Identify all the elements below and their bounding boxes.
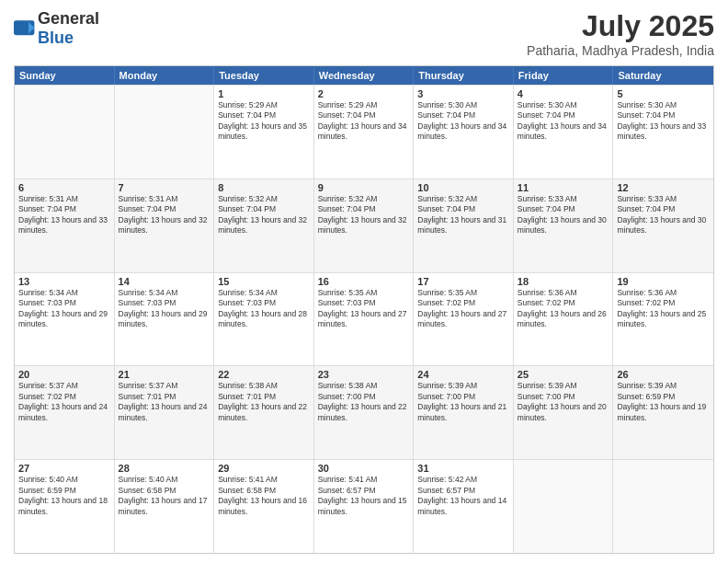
cal-cell: 3Sunrise: 5:30 AMSunset: 7:04 PMDaylight… [414,86,514,178]
day-info: Sunrise: 5:30 AMSunset: 7:04 PMDaylight:… [417,100,509,143]
day-number: 28 [119,463,210,474]
logo-general: General [38,9,99,28]
cal-header-day: Friday [514,66,614,85]
cal-cell: 26Sunrise: 5:39 AMSunset: 6:59 PMDayligh… [613,366,713,459]
day-number: 29 [218,463,310,474]
cal-cell: 12Sunrise: 5:33 AMSunset: 7:04 PMDayligh… [613,179,713,272]
day-info: Sunrise: 5:30 AMSunset: 7:04 PMDaylight:… [518,100,609,143]
cal-cell [514,460,614,553]
day-info: Sunrise: 5:40 AMSunset: 6:59 PMDaylight:… [18,475,110,517]
cal-cell: 20Sunrise: 5:37 AMSunset: 7:02 PMDayligh… [15,366,115,459]
cal-cell: 25Sunrise: 5:39 AMSunset: 7:00 PMDayligh… [514,366,614,459]
header-right: July 2025 Patharia, Madhya Pradesh, Indi… [527,9,714,58]
day-info: Sunrise: 5:41 AMSunset: 6:57 PMDaylight:… [318,475,410,517]
day-number: 3 [417,88,509,99]
calendar: SundayMondayTuesdayWednesdayThursdayFrid… [14,65,714,554]
day-info: Sunrise: 5:34 AMSunset: 7:03 PMDaylight:… [119,288,210,330]
cal-cell: 24Sunrise: 5:39 AMSunset: 7:00 PMDayligh… [414,366,514,459]
logo-icon [14,20,36,37]
day-number: 10 [417,182,509,193]
day-number: 15 [218,276,310,287]
day-info: Sunrise: 5:33 AMSunset: 7:04 PMDaylight:… [617,194,710,236]
day-number: 18 [518,276,609,287]
cal-cell: 16Sunrise: 5:35 AMSunset: 7:03 PMDayligh… [314,273,415,366]
day-info: Sunrise: 5:42 AMSunset: 6:57 PMDaylight:… [417,475,509,517]
day-info: Sunrise: 5:35 AMSunset: 7:03 PMDaylight:… [318,288,410,330]
day-info: Sunrise: 5:33 AMSunset: 7:04 PMDaylight:… [518,194,609,236]
calendar-subtitle: Patharia, Madhya Pradesh, India [527,43,714,58]
day-number: 7 [119,182,210,193]
day-info: Sunrise: 5:32 AMSunset: 7:04 PMDaylight:… [318,194,410,236]
day-info: Sunrise: 5:41 AMSunset: 6:58 PMDaylight:… [218,475,310,517]
day-number: 9 [318,182,410,193]
cal-header-day: Thursday [414,66,514,85]
day-number: 2 [318,88,410,99]
day-info: Sunrise: 5:39 AMSunset: 7:00 PMDaylight:… [417,381,509,423]
cal-cell: 23Sunrise: 5:38 AMSunset: 7:00 PMDayligh… [314,366,415,459]
cal-cell: 17Sunrise: 5:35 AMSunset: 7:02 PMDayligh… [414,273,514,366]
cal-cell: 15Sunrise: 5:34 AMSunset: 7:03 PMDayligh… [214,273,314,366]
cal-cell: 7Sunrise: 5:31 AMSunset: 7:04 PMDaylight… [115,179,215,272]
cal-row: 6Sunrise: 5:31 AMSunset: 7:04 PMDaylight… [15,178,713,272]
cal-row: 20Sunrise: 5:37 AMSunset: 7:02 PMDayligh… [15,365,713,459]
day-info: Sunrise: 5:39 AMSunset: 7:00 PMDaylight:… [518,381,609,423]
cal-cell: 4Sunrise: 5:30 AMSunset: 7:04 PMDaylight… [514,86,614,178]
cal-cell [15,86,115,178]
day-info: Sunrise: 5:32 AMSunset: 7:04 PMDaylight:… [417,194,509,236]
cal-cell: 27Sunrise: 5:40 AMSunset: 6:59 PMDayligh… [15,460,115,553]
day-number: 21 [119,369,210,380]
day-info: Sunrise: 5:37 AMSunset: 7:02 PMDaylight:… [18,381,110,423]
cal-cell: 19Sunrise: 5:36 AMSunset: 7:02 PMDayligh… [613,273,713,366]
cal-cell: 6Sunrise: 5:31 AMSunset: 7:04 PMDaylight… [15,179,115,272]
cal-header-day: Sunday [15,66,115,85]
day-info: Sunrise: 5:29 AMSunset: 7:04 PMDaylight:… [318,100,410,143]
day-number: 8 [218,182,310,193]
cal-cell: 11Sunrise: 5:33 AMSunset: 7:04 PMDayligh… [514,179,614,272]
cal-cell: 28Sunrise: 5:40 AMSunset: 6:58 PMDayligh… [115,460,215,553]
cal-cell: 21Sunrise: 5:37 AMSunset: 7:01 PMDayligh… [115,366,215,459]
day-info: Sunrise: 5:32 AMSunset: 7:04 PMDaylight:… [218,194,310,236]
day-number: 13 [18,276,110,287]
day-number: 5 [617,88,710,99]
cal-cell: 2Sunrise: 5:29 AMSunset: 7:04 PMDaylight… [314,86,415,178]
calendar-header: SundayMondayTuesdayWednesdayThursdayFrid… [15,66,713,85]
day-number: 16 [318,276,410,287]
day-info: Sunrise: 5:37 AMSunset: 7:01 PMDaylight:… [119,381,210,423]
day-number: 23 [318,369,410,380]
cal-cell: 13Sunrise: 5:34 AMSunset: 7:03 PMDayligh… [15,273,115,366]
cal-header-day: Monday [115,66,215,85]
day-info: Sunrise: 5:35 AMSunset: 7:02 PMDaylight:… [417,288,509,330]
day-number: 24 [417,369,509,380]
header: General Blue July 2025 Patharia, Madhya … [14,9,714,58]
page: General Blue July 2025 Patharia, Madhya … [0,0,728,563]
calendar-title: July 2025 [527,9,714,43]
logo-blue: Blue [38,29,74,47]
day-info: Sunrise: 5:34 AMSunset: 7:03 PMDaylight:… [218,288,310,330]
cal-cell: 31Sunrise: 5:42 AMSunset: 6:57 PMDayligh… [414,460,514,553]
day-info: Sunrise: 5:39 AMSunset: 6:59 PMDaylight:… [617,381,710,423]
cal-header-day: Saturday [613,66,713,85]
day-number: 31 [417,463,509,474]
day-info: Sunrise: 5:29 AMSunset: 7:04 PMDaylight:… [218,100,310,143]
day-number: 26 [617,369,710,380]
calendar-body: 1Sunrise: 5:29 AMSunset: 7:04 PMDaylight… [15,85,713,553]
day-number: 25 [518,369,609,380]
cal-cell: 22Sunrise: 5:38 AMSunset: 7:01 PMDayligh… [214,366,314,459]
day-number: 12 [617,182,710,193]
day-info: Sunrise: 5:40 AMSunset: 6:58 PMDaylight:… [119,475,210,517]
day-info: Sunrise: 5:38 AMSunset: 7:01 PMDaylight:… [218,381,310,423]
day-number: 30 [318,463,410,474]
day-number: 27 [18,463,110,474]
cal-cell [613,460,713,553]
cal-cell: 18Sunrise: 5:36 AMSunset: 7:02 PMDayligh… [514,273,614,366]
day-number: 11 [518,182,609,193]
cal-header-day: Tuesday [214,66,314,85]
cal-cell: 5Sunrise: 5:30 AMSunset: 7:04 PMDaylight… [613,86,713,178]
cal-cell [115,86,215,178]
cal-cell: 14Sunrise: 5:34 AMSunset: 7:03 PMDayligh… [115,273,215,366]
cal-row: 1Sunrise: 5:29 AMSunset: 7:04 PMDaylight… [15,85,713,178]
day-info: Sunrise: 5:31 AMSunset: 7:04 PMDaylight:… [18,194,110,236]
logo: General Blue [14,9,99,48]
day-number: 22 [218,369,310,380]
cal-cell: 1Sunrise: 5:29 AMSunset: 7:04 PMDaylight… [214,86,314,178]
